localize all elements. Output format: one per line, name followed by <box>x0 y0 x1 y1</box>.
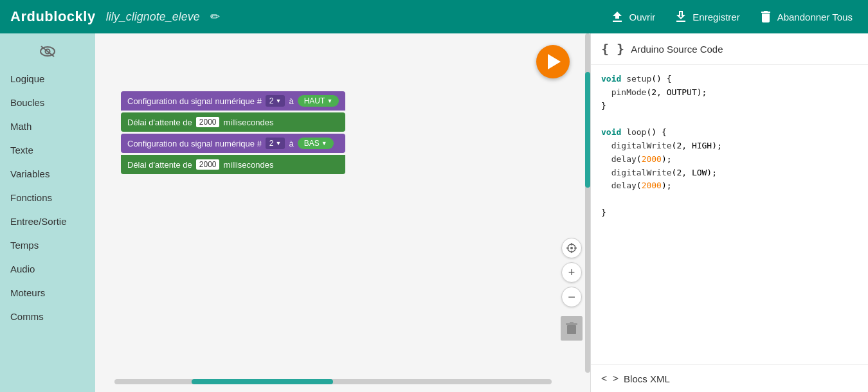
xml-label: Blocs XML <box>624 373 670 384</box>
code-panel: { } Arduino Source Code void setup() { p… <box>590 33 868 392</box>
download-icon <box>673 9 689 24</box>
save-button[interactable]: Enregistrer <box>668 6 745 27</box>
sidebar-item-comms[interactable]: Comms <box>0 305 95 328</box>
main-area: Logique Boucles Math Texte Variables Fon… <box>0 33 868 392</box>
app-title: Ardublockly <box>10 8 96 25</box>
code-line-3: } <box>601 100 858 113</box>
code-line-11: } <box>601 206 858 220</box>
code-braces-icon: { } <box>601 41 624 57</box>
sidebar-item-temps[interactable]: Temps <box>0 233 95 257</box>
sidebar: Logique Boucles Math Texte Variables Fon… <box>0 33 95 392</box>
pin-dropdown-1[interactable]: 2 ▼ <box>266 95 285 107</box>
sidebar-item-logique[interactable]: Logique <box>0 67 95 91</box>
code-line-7: delay(2000); <box>601 153 858 166</box>
zoom-out-button[interactable]: − <box>561 287 582 307</box>
target-icon <box>566 243 577 253</box>
recenter-button[interactable] <box>561 238 582 258</box>
code-panel-footer[interactable]: < > Blocs XML <box>591 364 868 392</box>
code-line-10 <box>601 193 858 206</box>
trash-workspace-icon <box>565 321 578 335</box>
open-button[interactable]: Ouvrir <box>604 6 660 27</box>
code-line-8: digitalWrite(2, LOW); <box>601 166 858 180</box>
delay-value-1: 2000 <box>196 117 220 127</box>
code-panel-title: Arduino Source Code <box>631 44 723 55</box>
value-dropdown-1[interactable]: HAUT ▼ <box>298 95 339 107</box>
sidebar-item-texte[interactable]: Texte <box>0 138 95 162</box>
sidebar-item-fonctions[interactable]: Fonctions <box>0 186 95 209</box>
workspace-content: Configuration du signal numérique # 2 ▼ … <box>95 33 590 392</box>
delete-block-button[interactable] <box>561 316 583 341</box>
vertical-scrollbar-thumb <box>585 72 590 188</box>
sidebar-visibility-icon[interactable] <box>0 39 95 67</box>
block-config-signal-2[interactable]: Configuration du signal numérique # 2 ▼ … <box>121 134 345 153</box>
eye-off-icon <box>39 45 57 58</box>
dropdown-arrow: ▼ <box>276 98 282 104</box>
horizontal-scrollbar-thumb <box>192 379 333 384</box>
delay-value-2: 2000 <box>196 159 220 170</box>
upload-icon <box>610 9 625 24</box>
minus-icon: − <box>568 290 575 303</box>
block-config-signal-1[interactable]: Configuration du signal numérique # 2 ▼ … <box>121 91 345 111</box>
code-line-2: pinMode(2, OUTPUT); <box>601 86 858 100</box>
block-delai-2[interactable]: Délai d'attente de 2000 millisecondes <box>121 155 345 174</box>
svg-point-4 <box>570 247 573 249</box>
zoom-in-button[interactable]: + <box>561 262 582 283</box>
edit-icon[interactable]: ✏ <box>210 10 220 24</box>
file-name: lily_clignote_eleve <box>106 10 200 24</box>
code-line-9: delay(2000); <box>601 179 858 193</box>
abandon-button[interactable]: Abandonner Tous <box>753 6 858 27</box>
trash-icon <box>758 9 773 24</box>
sidebar-item-moteurs[interactable]: Moteurs <box>0 281 95 305</box>
sidebar-item-audio[interactable]: Audio <box>0 257 95 281</box>
workspace[interactable]: Configuration du signal numérique # 2 ▼ … <box>95 33 590 392</box>
value-dropdown-2[interactable]: BAS ▼ <box>298 138 334 149</box>
dropdown-arrow: ▼ <box>276 140 282 147</box>
play-button[interactable] <box>536 45 570 78</box>
dropdown-arrow: ▼ <box>327 98 332 104</box>
dropdown-arrow: ▼ <box>321 140 327 147</box>
code-line-1: void setup() { <box>601 73 858 86</box>
sidebar-item-boucles[interactable]: Boucles <box>0 91 95 114</box>
sidebar-item-math[interactable]: Math <box>0 114 95 138</box>
svg-rect-11 <box>570 322 574 324</box>
workspace-controls: + − <box>561 238 583 341</box>
plus-icon: + <box>568 267 575 278</box>
xml-angle-brackets: < > <box>601 373 619 384</box>
blocks-area: Configuration du signal numérique # 2 ▼ … <box>121 91 345 176</box>
code-line-4 <box>601 112 858 126</box>
code-line-5: void loop() { <box>601 126 858 139</box>
block-delai-1[interactable]: Délai d'attente de 2000 millisecondes <box>121 112 345 132</box>
pin-dropdown-2[interactable]: 2 ▼ <box>266 138 285 149</box>
sidebar-item-entree-sortie[interactable]: Entree/Sortie <box>0 209 95 233</box>
horizontal-scrollbar[interactable] <box>114 379 552 384</box>
code-content: void setup() { pinMode(2, OUTPUT); } voi… <box>591 65 868 364</box>
header: Ardublockly lily_clignote_eleve ✏ Ouvrir… <box>0 0 868 33</box>
sidebar-item-variables[interactable]: Variables <box>0 162 95 186</box>
code-panel-header: { } Arduino Source Code <box>591 33 868 65</box>
vertical-scrollbar[interactable] <box>585 33 590 373</box>
code-line-6: digitalWrite(2, HIGH); <box>601 139 858 153</box>
svg-rect-9 <box>567 325 576 334</box>
